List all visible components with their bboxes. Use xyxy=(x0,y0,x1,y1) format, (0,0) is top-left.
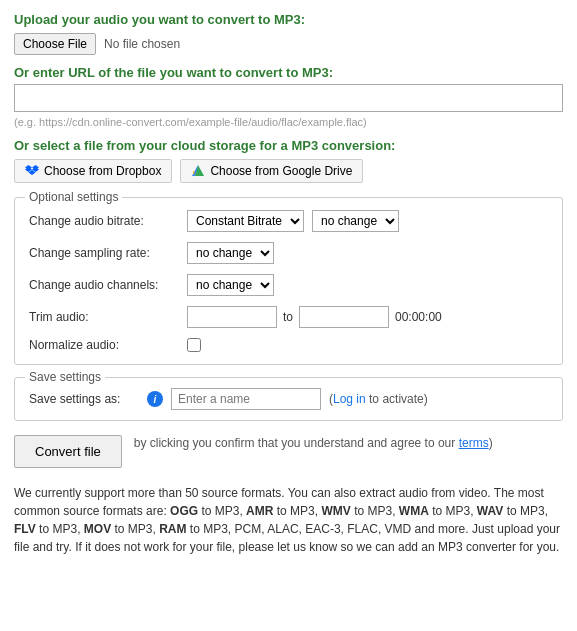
gdrive-button-label: Choose from Google Drive xyxy=(210,164,352,178)
bitrate-row: Change audio bitrate: Constant Bitrate V… xyxy=(29,210,548,232)
terms-link[interactable]: terms xyxy=(459,436,489,450)
optional-settings-legend: Optional settings xyxy=(25,190,122,204)
file-upload-row: Choose File No file chosen xyxy=(14,33,563,55)
trim-row: Trim audio: to 00:00:00 xyxy=(29,306,548,328)
description-text: We currently support more than 50 source… xyxy=(14,484,563,556)
channels-select[interactable]: no change 1 (Mono) 2 (Stereo) xyxy=(187,274,274,296)
dropbox-icon xyxy=(25,164,39,178)
sampling-select[interactable]: no change 8000 Hz 11025 Hz 22050 Hz 4410… xyxy=(187,242,274,264)
terms-text: terms xyxy=(459,436,489,450)
gdrive-icon xyxy=(191,164,205,178)
url-input[interactable] xyxy=(14,84,563,112)
bitrate-label: Change audio bitrate: xyxy=(29,214,179,228)
bitrate-secondary-select[interactable]: no change 64 kbps 128 kbps 192 kbps 320 … xyxy=(312,210,399,232)
upload-label: Upload your audio you want to convert to… xyxy=(14,12,563,27)
dropbox-button-label: Choose from Dropbox xyxy=(44,164,161,178)
save-row: Save settings as: i (Log in to activate) xyxy=(29,388,548,410)
login-link[interactable]: Log in xyxy=(333,392,366,406)
optional-settings-section: Optional settings Change audio bitrate: … xyxy=(14,197,563,365)
choose-from-dropbox-button[interactable]: Choose from Dropbox xyxy=(14,159,172,183)
convert-note-text: by clicking you confirm that you underst… xyxy=(134,436,456,450)
trim-start-input[interactable] xyxy=(187,306,277,328)
login-activate-text: (Log in to activate) xyxy=(329,392,428,406)
convert-note: by clicking you confirm that you underst… xyxy=(134,435,493,452)
sampling-label: Change sampling rate: xyxy=(29,246,179,260)
choose-from-gdrive-button[interactable]: Choose from Google Drive xyxy=(180,159,363,183)
channels-label: Change audio channels: xyxy=(29,278,179,292)
trim-controls: to 00:00:00 xyxy=(187,306,442,328)
save-name-input[interactable] xyxy=(171,388,321,410)
normalize-checkbox[interactable] xyxy=(187,338,201,352)
url-example: (e.g. https://cdn.online-convert.com/exa… xyxy=(14,116,563,128)
save-settings-legend: Save settings xyxy=(25,370,105,384)
bitrate-select[interactable]: Constant Bitrate Variable Bitrate xyxy=(187,210,304,232)
url-label: Or enter URL of the file you want to con… xyxy=(14,65,563,80)
save-label: Save settings as: xyxy=(29,392,139,406)
cloud-label: Or select a file from your cloud storage… xyxy=(14,138,563,153)
convert-button[interactable]: Convert file xyxy=(14,435,122,468)
trim-end-input[interactable] xyxy=(299,306,389,328)
channels-row: Change audio channels: no change 1 (Mono… xyxy=(29,274,548,296)
trim-to-text: to xyxy=(283,310,293,324)
info-icon: i xyxy=(147,391,163,407)
trim-time-display: 00:00:00 xyxy=(395,310,442,324)
no-file-text: No file chosen xyxy=(104,37,180,51)
normalize-row: Normalize audio: xyxy=(29,338,548,352)
choose-file-button[interactable]: Choose File xyxy=(14,33,96,55)
cloud-buttons-row: Choose from Dropbox Choose from Google D… xyxy=(14,159,563,183)
save-settings-section: Save settings Save settings as: i (Log i… xyxy=(14,377,563,421)
sampling-row: Change sampling rate: no change 8000 Hz … xyxy=(29,242,548,264)
trim-label: Trim audio: xyxy=(29,310,179,324)
normalize-label: Normalize audio: xyxy=(29,338,179,352)
convert-row: Convert file by clicking you confirm tha… xyxy=(14,435,563,468)
